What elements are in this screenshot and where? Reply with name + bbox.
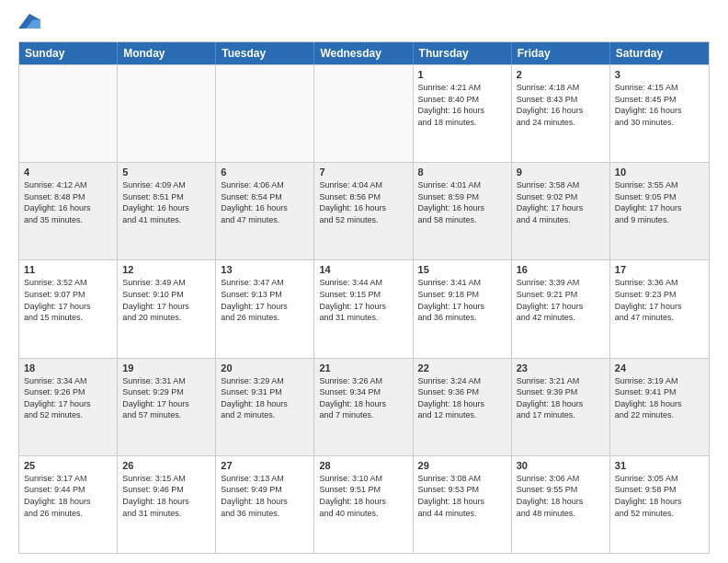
day-header-sunday: Sunday bbox=[19, 42, 118, 64]
day-number: 7 bbox=[319, 167, 407, 178]
day-number: 14 bbox=[319, 264, 407, 275]
day-number: 12 bbox=[122, 264, 210, 275]
day-number: 9 bbox=[517, 167, 605, 178]
calendar-cell: 14Sunrise: 3:44 AM Sunset: 9:15 PM Dayli… bbox=[314, 260, 413, 357]
header bbox=[18, 14, 710, 32]
calendar-cell bbox=[216, 65, 314, 162]
day-number: 31 bbox=[615, 460, 704, 471]
day-number: 21 bbox=[319, 362, 407, 373]
calendar-cell: 31Sunrise: 3:05 AM Sunset: 9:58 PM Dayli… bbox=[610, 456, 709, 553]
cell-text: Sunrise: 4:12 AM Sunset: 8:48 PM Dayligh… bbox=[24, 179, 112, 225]
calendar-cell: 29Sunrise: 3:08 AM Sunset: 9:53 PM Dayli… bbox=[414, 456, 512, 553]
day-number: 18 bbox=[24, 362, 112, 373]
calendar-cell: 8Sunrise: 4:01 AM Sunset: 8:59 PM Daylig… bbox=[414, 163, 512, 259]
calendar-header: SundayMondayTuesdayWednesdayThursdayFrid… bbox=[19, 42, 709, 64]
day-number: 19 bbox=[122, 362, 210, 373]
calendar-cell: 12Sunrise: 3:49 AM Sunset: 9:10 PM Dayli… bbox=[118, 260, 216, 357]
calendar-cell bbox=[19, 65, 118, 162]
cell-text: Sunrise: 3:31 AM Sunset: 9:29 PM Dayligh… bbox=[122, 375, 210, 421]
day-number: 2 bbox=[517, 69, 605, 80]
calendar-cell: 24Sunrise: 3:19 AM Sunset: 9:41 PM Dayli… bbox=[610, 359, 709, 455]
cell-text: Sunrise: 3:21 AM Sunset: 9:39 PM Dayligh… bbox=[517, 375, 605, 421]
day-number: 27 bbox=[221, 460, 309, 471]
cell-text: Sunrise: 4:21 AM Sunset: 8:40 PM Dayligh… bbox=[418, 82, 506, 128]
day-header-thursday: Thursday bbox=[414, 42, 512, 64]
day-number: 17 bbox=[615, 264, 704, 275]
calendar-cell: 3Sunrise: 4:15 AM Sunset: 8:45 PM Daylig… bbox=[610, 65, 709, 162]
logo-icon bbox=[18, 14, 40, 32]
calendar-cell: 22Sunrise: 3:24 AM Sunset: 9:36 PM Dayli… bbox=[414, 359, 512, 455]
calendar-cell: 16Sunrise: 3:39 AM Sunset: 9:21 PM Dayli… bbox=[512, 260, 610, 357]
day-number: 5 bbox=[122, 167, 210, 178]
day-number: 28 bbox=[319, 460, 407, 471]
day-header-wednesday: Wednesday bbox=[314, 42, 413, 64]
day-number: 22 bbox=[418, 362, 506, 373]
day-number: 11 bbox=[24, 264, 112, 275]
cell-text: Sunrise: 3:36 AM Sunset: 9:23 PM Dayligh… bbox=[615, 277, 704, 323]
cell-text: Sunrise: 3:44 AM Sunset: 9:15 PM Dayligh… bbox=[319, 277, 407, 323]
calendar-cell: 15Sunrise: 3:41 AM Sunset: 9:18 PM Dayli… bbox=[414, 260, 512, 357]
calendar-cell: 7Sunrise: 4:04 AM Sunset: 8:56 PM Daylig… bbox=[314, 163, 413, 259]
day-number: 10 bbox=[615, 167, 704, 178]
cell-text: Sunrise: 3:24 AM Sunset: 9:36 PM Dayligh… bbox=[418, 375, 506, 421]
calendar-cell: 23Sunrise: 3:21 AM Sunset: 9:39 PM Dayli… bbox=[512, 359, 610, 455]
cell-text: Sunrise: 4:01 AM Sunset: 8:59 PM Dayligh… bbox=[418, 179, 506, 225]
day-header-saturday: Saturday bbox=[610, 42, 709, 64]
calendar-cell: 4Sunrise: 4:12 AM Sunset: 8:48 PM Daylig… bbox=[19, 163, 118, 259]
cell-text: Sunrise: 3:34 AM Sunset: 9:26 PM Dayligh… bbox=[24, 375, 112, 421]
calendar-cell: 27Sunrise: 3:13 AM Sunset: 9:49 PM Dayli… bbox=[216, 456, 314, 553]
cell-text: Sunrise: 4:06 AM Sunset: 8:54 PM Dayligh… bbox=[221, 179, 309, 225]
day-header-monday: Monday bbox=[118, 42, 216, 64]
day-number: 30 bbox=[517, 460, 605, 471]
cell-text: Sunrise: 3:06 AM Sunset: 9:55 PM Dayligh… bbox=[517, 473, 605, 519]
cell-text: Sunrise: 4:09 AM Sunset: 8:51 PM Dayligh… bbox=[122, 179, 210, 225]
calendar-cell: 20Sunrise: 3:29 AM Sunset: 9:31 PM Dayli… bbox=[216, 359, 314, 455]
day-number: 3 bbox=[615, 69, 704, 80]
cell-text: Sunrise: 3:13 AM Sunset: 9:49 PM Dayligh… bbox=[221, 473, 309, 519]
calendar: SundayMondayTuesdayWednesdayThursdayFrid… bbox=[18, 41, 710, 554]
day-number: 20 bbox=[221, 362, 309, 373]
day-header-friday: Friday bbox=[512, 42, 610, 64]
cell-text: Sunrise: 3:26 AM Sunset: 9:34 PM Dayligh… bbox=[319, 375, 407, 421]
day-number: 8 bbox=[418, 167, 506, 178]
calendar-cell: 1Sunrise: 4:21 AM Sunset: 8:40 PM Daylig… bbox=[414, 65, 512, 162]
day-number: 25 bbox=[24, 460, 112, 471]
cell-text: Sunrise: 4:18 AM Sunset: 8:43 PM Dayligh… bbox=[517, 82, 605, 128]
cell-text: Sunrise: 3:05 AM Sunset: 9:58 PM Dayligh… bbox=[615, 473, 704, 519]
page: SundayMondayTuesdayWednesdayThursdayFrid… bbox=[0, 0, 728, 563]
calendar-cell: 30Sunrise: 3:06 AM Sunset: 9:55 PM Dayli… bbox=[512, 456, 610, 553]
calendar-cell: 18Sunrise: 3:34 AM Sunset: 9:26 PM Dayli… bbox=[19, 359, 118, 455]
cell-text: Sunrise: 3:19 AM Sunset: 9:41 PM Dayligh… bbox=[615, 375, 704, 421]
calendar-cell: 10Sunrise: 3:55 AM Sunset: 9:05 PM Dayli… bbox=[610, 163, 709, 259]
calendar-cell: 17Sunrise: 3:36 AM Sunset: 9:23 PM Dayli… bbox=[610, 260, 709, 357]
calendar-cell: 26Sunrise: 3:15 AM Sunset: 9:46 PM Dayli… bbox=[118, 456, 216, 553]
calendar-cell: 11Sunrise: 3:52 AM Sunset: 9:07 PM Dayli… bbox=[19, 260, 118, 357]
cell-text: Sunrise: 3:47 AM Sunset: 9:13 PM Dayligh… bbox=[221, 277, 309, 323]
calendar-cell: 21Sunrise: 3:26 AM Sunset: 9:34 PM Dayli… bbox=[314, 359, 413, 455]
calendar-cell: 28Sunrise: 3:10 AM Sunset: 9:51 PM Dayli… bbox=[314, 456, 413, 553]
cell-text: Sunrise: 3:10 AM Sunset: 9:51 PM Dayligh… bbox=[319, 473, 407, 519]
logo bbox=[18, 14, 44, 32]
calendar-row-3: 18Sunrise: 3:34 AM Sunset: 9:26 PM Dayli… bbox=[19, 358, 709, 455]
cell-text: Sunrise: 3:55 AM Sunset: 9:05 PM Dayligh… bbox=[615, 179, 704, 225]
calendar-cell: 9Sunrise: 3:58 AM Sunset: 9:02 PM Daylig… bbox=[512, 163, 610, 259]
cell-text: Sunrise: 3:17 AM Sunset: 9:44 PM Dayligh… bbox=[24, 473, 112, 519]
day-number: 4 bbox=[24, 167, 112, 178]
calendar-cell: 25Sunrise: 3:17 AM Sunset: 9:44 PM Dayli… bbox=[19, 456, 118, 553]
calendar-cell: 2Sunrise: 4:18 AM Sunset: 8:43 PM Daylig… bbox=[512, 65, 610, 162]
calendar-cell: 6Sunrise: 4:06 AM Sunset: 8:54 PM Daylig… bbox=[216, 163, 314, 259]
calendar-row-2: 11Sunrise: 3:52 AM Sunset: 9:07 PM Dayli… bbox=[19, 259, 709, 357]
day-number: 15 bbox=[418, 264, 506, 275]
cell-text: Sunrise: 4:15 AM Sunset: 8:45 PM Dayligh… bbox=[615, 82, 704, 128]
day-number: 16 bbox=[517, 264, 605, 275]
cell-text: Sunrise: 3:08 AM Sunset: 9:53 PM Dayligh… bbox=[418, 473, 506, 519]
cell-text: Sunrise: 4:04 AM Sunset: 8:56 PM Dayligh… bbox=[319, 179, 407, 225]
calendar-row-0: 1Sunrise: 4:21 AM Sunset: 8:40 PM Daylig… bbox=[19, 64, 709, 162]
cell-text: Sunrise: 3:41 AM Sunset: 9:18 PM Dayligh… bbox=[418, 277, 506, 323]
day-number: 13 bbox=[221, 264, 309, 275]
day-header-tuesday: Tuesday bbox=[216, 42, 314, 64]
calendar-cell bbox=[314, 65, 413, 162]
day-number: 24 bbox=[615, 362, 704, 373]
day-number: 23 bbox=[517, 362, 605, 373]
calendar-cell: 13Sunrise: 3:47 AM Sunset: 9:13 PM Dayli… bbox=[216, 260, 314, 357]
